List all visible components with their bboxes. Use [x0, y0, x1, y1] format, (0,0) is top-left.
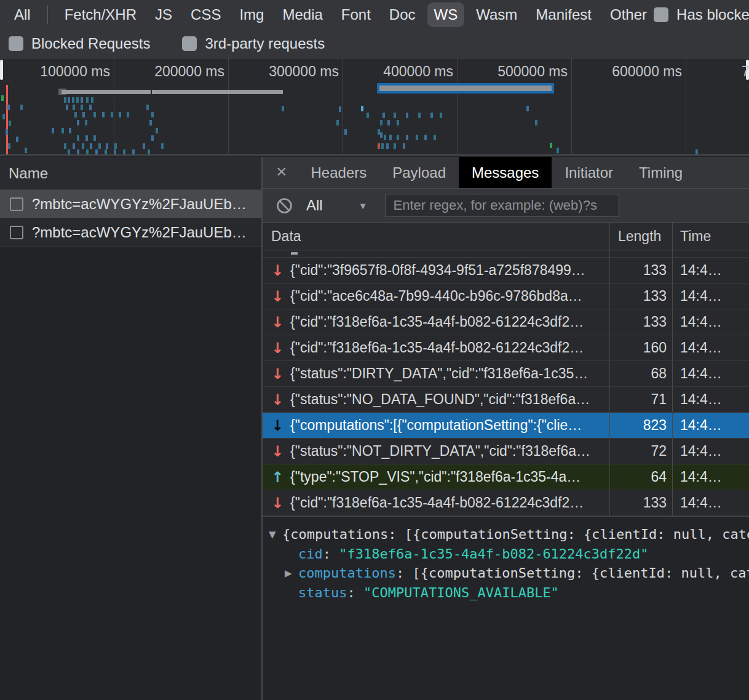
activity-tick — [123, 149, 125, 155]
filter-manifest[interactable]: Manifest — [529, 2, 598, 27]
message-time-cell: 14:4… — [672, 361, 749, 386]
message-row[interactable]: ↓{"cid":"ace6c48a-7b99-440c-b96c-9786bd8… — [263, 284, 749, 309]
activity-tick — [282, 106, 284, 111]
websocket-connection-bar[interactable] — [61, 90, 151, 94]
message-preview-tree: ▼{computations: [{computationSetting: {c… — [263, 516, 749, 700]
regex-filter-input[interactable] — [386, 194, 619, 217]
tab-headers[interactable]: Headers — [298, 157, 380, 188]
message-filter-dropdown[interactable]: All — [306, 197, 323, 214]
activity-tick — [7, 105, 10, 110]
activity-tick — [132, 149, 135, 155]
filter-fetch-xhr[interactable]: Fetch/XHR — [58, 2, 143, 27]
message-text: {"cid":"ace6c48a-7b99-440c-b96c-9786bd8a… — [290, 288, 582, 304]
message-text: {"status":"NOT_DIRTY_DATA","cid":"f318ef… — [290, 443, 590, 459]
name-column-header[interactable]: Name — [0, 157, 261, 190]
filter-img[interactable]: Img — [232, 2, 271, 27]
filter-ws[interactable]: WS — [427, 2, 465, 27]
request-name: ?mbtc=acWYGYz%2FJauUEb… — [32, 196, 247, 213]
message-data-cell: ↓{"cid":"f318ef6a-1c35-4a4f-b082-61224c3… — [263, 335, 609, 360]
tab-initiator[interactable]: Initiator — [552, 157, 626, 188]
activity-tick — [77, 135, 79, 141]
selected-websocket-bar[interactable] — [377, 83, 554, 93]
filter-css[interactable]: CSS — [184, 2, 228, 27]
arrow-down-icon: ↓ — [271, 341, 283, 356]
overview-left-handle[interactable] — [0, 60, 3, 80]
activity-tick — [81, 97, 83, 103]
message-row[interactable]: ↓{"computations":[{"computationSetting":… — [263, 413, 749, 439]
third-party-requests-checkbox[interactable]: 3rd-party requests — [182, 35, 325, 52]
activity-tick — [378, 143, 380, 149]
message-length-cell: 71 — [609, 387, 672, 412]
timeline-gridline — [457, 58, 458, 156]
filter-media[interactable]: Media — [275, 2, 329, 27]
activity-tick — [418, 113, 421, 118]
arrow-up-icon: ↑ — [271, 470, 283, 485]
message-row[interactable]: ↓{"status":"DIRTY_DATA","cid":"f318ef6a-… — [263, 361, 749, 387]
message-length-cell: 72 — [609, 439, 672, 464]
activity-tick — [77, 120, 79, 125]
clear-icon[interactable] — [276, 197, 293, 214]
activity-tick — [119, 112, 121, 117]
messages-table-header: Data Length Time — [263, 223, 749, 250]
message-data-cell: ↓{"cid":"f318ef6a-1c35-4a4f-b082-61224c3… — [263, 309, 609, 335]
close-icon[interactable]: × — [263, 161, 298, 185]
websocket-connection-bar[interactable] — [152, 90, 283, 94]
column-header-time: Time — [672, 223, 749, 250]
timeline-gridline — [228, 58, 229, 156]
message-row[interactable]: ↓{"cid":"f318ef6a-1c35-4a4f-b082-61224c3… — [263, 490, 749, 516]
timeline-tick-label: 400000 ms — [383, 63, 453, 80]
message-data-cell: ↓{"cid":"ace6c48a-7b99-440c-b96c-9786bd8… — [263, 284, 609, 309]
message-time-cell: 14:4… — [672, 335, 749, 360]
activity-tick — [68, 97, 70, 103]
arrow-down-icon: ↓ — [271, 496, 283, 511]
partial-message-row[interactable] — [263, 250, 749, 258]
has-blocked-cookies-checkbox[interactable]: Has blocked cookies — [654, 6, 749, 23]
activity-tick — [81, 105, 83, 110]
message-row[interactable]: ↓{"cid":"3f9657f8-0f8f-4934-9f51-a725f87… — [263, 258, 749, 284]
filter-other[interactable]: Other — [603, 2, 654, 27]
tab-messages[interactable]: Messages — [459, 157, 552, 188]
activity-tick — [156, 128, 158, 133]
message-row[interactable]: ↓{"status":"NO_DATA_FOUND","cid":"f318ef… — [263, 387, 749, 413]
expand-triangle-icon[interactable]: ▶ — [285, 564, 298, 583]
filter-js[interactable]: JS — [148, 2, 179, 27]
message-length-cell: 823 — [609, 413, 672, 438]
activity-tick — [1, 95, 4, 101]
blocked-requests-checkbox[interactable]: Blocked Requests — [9, 35, 150, 52]
filter-wasm[interactable]: Wasm — [469, 2, 524, 27]
message-row[interactable]: ↓{"cid":"f318ef6a-1c35-4a4f-b082-61224c3… — [263, 335, 749, 361]
message-row[interactable]: ↑{"type":"STOP_VIS","cid":"f318ef6a-1c35… — [263, 464, 749, 490]
collapse-triangle-icon[interactable]: ▼ — [269, 525, 282, 544]
message-row[interactable]: ↓{"cid":"f318ef6a-1c35-4a4f-b082-61224c3… — [263, 309, 749, 335]
checkbox-icon[interactable] — [182, 36, 197, 51]
activity-tick — [82, 112, 85, 117]
chevron-down-icon[interactable]: ▼ — [359, 201, 368, 211]
activity-tick — [696, 149, 698, 155]
filter-all[interactable]: All — [7, 2, 38, 27]
activity-tick — [9, 121, 11, 126]
activity-tick — [77, 149, 79, 155]
tab-payload[interactable]: Payload — [379, 157, 459, 188]
tree-property-computations: ▶computations: [{computationSetting: {cl… — [269, 563, 749, 583]
network-overview-timeline[interactable]: 100000 ms200000 ms300000 ms400000 ms5000… — [0, 58, 749, 156]
message-data-cell: ↑{"type":"STOP_VIS","cid":"f318ef6a-1c35… — [263, 464, 609, 490]
tab-timing[interactable]: Timing — [626, 157, 696, 188]
checkbox-icon[interactable] — [654, 7, 668, 22]
request-row[interactable]: ?mbtc=acWYGYz%2FJauUEb… — [0, 190, 261, 218]
activity-tick — [389, 135, 392, 140]
request-row[interactable]: ?mbtc=acWYGYz%2FJauUEb… — [0, 218, 261, 247]
activity-tick — [73, 143, 75, 149]
message-text: {"type":"STOP_VIS","cid":"f318ef6a-1c35-… — [290, 469, 581, 485]
message-time-cell: 14:4… — [672, 387, 749, 412]
message-row[interactable]: ↓{"status":"NOT_DIRTY_DATA","cid":"f318e… — [263, 439, 749, 464]
tree-root-line: ▼{computations: [{computationSetting: {c… — [269, 525, 749, 544]
filter-font[interactable]: Font — [335, 2, 378, 27]
activity-tick — [52, 128, 54, 133]
message-length-cell: 160 — [609, 335, 672, 360]
timeline-tick-label: 600000 ms — [612, 63, 682, 80]
arrow-down-icon: ↓ — [271, 367, 283, 381]
filter-doc[interactable]: Doc — [382, 2, 422, 27]
activity-tick — [344, 129, 347, 135]
checkbox-icon[interactable] — [9, 36, 23, 51]
arrow-down-icon: ↓ — [271, 263, 283, 278]
